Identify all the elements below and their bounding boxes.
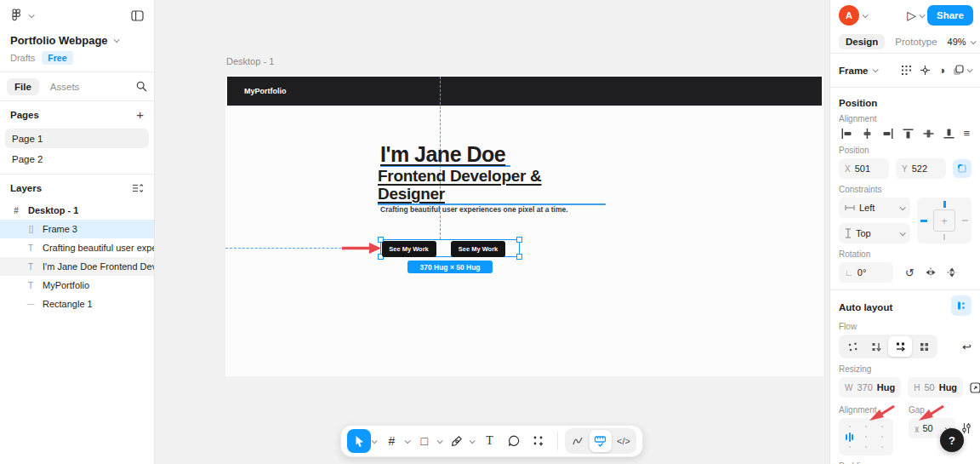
constraints-widget[interactable]: +	[917, 198, 971, 243]
auto-layout-settings-button[interactable]	[951, 295, 971, 316]
height-sizing-mode[interactable]: Hug	[939, 382, 957, 392]
avatar[interactable]: A	[839, 5, 859, 26]
dev-mode-toggle[interactable]	[590, 430, 612, 452]
file-name-menu[interactable]: Portfolio Webpage	[0, 31, 154, 49]
rectangle-tool-icon: □	[420, 434, 427, 448]
edit-grid-button[interactable]	[901, 65, 912, 76]
flip-vertical-button[interactable]	[947, 266, 957, 278]
page-item-2[interactable]: Page 2	[5, 149, 149, 169]
actions-button[interactable]	[527, 429, 550, 453]
align-bottom-button[interactable]	[943, 128, 955, 140]
tagline-text[interactable]: Crafting beautiful user experiences one …	[380, 205, 568, 214]
align-h-center-button[interactable]	[861, 128, 874, 140]
heading-line2[interactable]: Frontend Developer & Designer	[378, 168, 606, 205]
align-top-button[interactable]	[902, 128, 914, 140]
constraint-left-tick[interactable]	[920, 220, 927, 222]
layer-item-heading-text[interactable]: T I'm Jane Doe Frontend Devel...	[0, 257, 154, 276]
layer-item-rectangle-1[interactable]: — Rectangle 1	[0, 295, 154, 313]
layer-item-tagline-text[interactable]: T Crafting beautiful user experience	[0, 238, 154, 257]
y-position-input[interactable]: Y 522	[896, 158, 946, 179]
selection-box-frame-3[interactable]: See My Work See My Work	[380, 239, 520, 257]
layer-view-options-button[interactable]	[132, 183, 144, 193]
component-button[interactable]	[920, 65, 931, 76]
tab-design[interactable]: Design	[839, 34, 885, 49]
flow-horizontal-button[interactable]	[888, 336, 912, 357]
align-right-button[interactable]	[881, 128, 894, 140]
selection-type-dropdown[interactable]: Frame	[839, 66, 869, 76]
layer-item-frame-3[interactable]: [ ] Frame 3	[0, 220, 154, 238]
rotation-input[interactable]: ∟ 0°	[839, 262, 893, 283]
layer-item-desktop-1[interactable]: # Desktop - 1	[0, 201, 154, 220]
chevron-down-icon[interactable]	[872, 66, 878, 72]
present-button[interactable]: ▷	[907, 9, 916, 22]
constraint-top-tick[interactable]	[943, 201, 946, 208]
share-button[interactable]: Share	[927, 5, 973, 26]
resize-to-fit-button[interactable]	[970, 382, 980, 393]
width-input[interactable]: W 370 Hug	[839, 377, 901, 398]
site-header-rectangle[interactable]: MyPortfolio	[227, 77, 822, 106]
shape-tool-button[interactable]: □	[413, 429, 436, 453]
toggle-sidebar-button[interactable]	[131, 10, 144, 21]
text-tool-button[interactable]: T	[477, 429, 501, 453]
search-button[interactable]	[136, 81, 147, 92]
flow-freeform-button[interactable]	[840, 336, 864, 357]
stacked-squares-icon	[953, 65, 964, 76]
file-location[interactable]: Drafts	[10, 53, 35, 63]
tab-assets[interactable]: Assets	[43, 78, 88, 95]
constraint-bottom-tick[interactable]	[943, 234, 945, 240]
mask-button[interactable]: ◑	[938, 64, 945, 77]
horizontal-constraint-select[interactable]: Left	[839, 198, 910, 218]
constraint-right-tick[interactable]	[962, 220, 968, 221]
advanced-layout-button[interactable]	[961, 422, 971, 434]
alignment-grid[interactable]	[839, 418, 893, 455]
chevron-down-icon	[900, 204, 906, 210]
zoom-control[interactable]: 49%	[948, 37, 975, 47]
wrap-button[interactable]: ↩	[962, 341, 971, 353]
frame-title-label[interactable]: Desktop - 1	[226, 56, 274, 66]
flip-horizontal-button[interactable]	[925, 267, 937, 278]
tab-prototype[interactable]: Prototype	[888, 34, 943, 49]
height-input[interactable]: H 50 Hug	[908, 377, 963, 398]
selection-handle[interactable]	[516, 254, 522, 260]
rotate-90-button[interactable]: ↺	[905, 266, 914, 279]
boolean-groups-button[interactable]	[953, 65, 971, 76]
heading-line1[interactable]: I'm Jane Doe	[380, 143, 510, 167]
site-brand-text[interactable]: MyPortfolio	[244, 87, 287, 95]
shape-tool-menu[interactable]	[437, 430, 442, 452]
auto-layout-alignment-label: Alignment	[839, 405, 902, 415]
resizing-label: Resizing	[839, 364, 971, 374]
frame-layer-icon: #	[11, 206, 21, 215]
frame-tool-menu[interactable]	[404, 430, 408, 452]
code-mode-button[interactable]: </>	[612, 430, 635, 452]
chevron-down-icon[interactable]	[920, 12, 926, 18]
vertical-constraint-select[interactable]: Top	[839, 223, 910, 243]
see-my-work-button-2[interactable]: See My Work	[451, 241, 505, 257]
comment-tool-button[interactable]	[502, 429, 526, 453]
draw-mode-button[interactable]	[567, 430, 589, 452]
pen-tool-button[interactable]	[445, 429, 469, 453]
see-my-work-button-1[interactable]: See My Work	[382, 241, 436, 257]
frame-tool-button[interactable]: #	[379, 429, 403, 453]
move-tool-button[interactable]	[347, 429, 371, 453]
selection-handle[interactable]	[516, 237, 522, 243]
tidy-up-button[interactable]: ≡	[963, 127, 970, 140]
align-left-button[interactable]	[840, 128, 853, 140]
design-frame-desktop-1[interactable]: MyPortfolio I'm Jane Doe Frontend Develo…	[225, 75, 823, 376]
x-position-input[interactable]: X 501	[839, 158, 889, 179]
chevron-down-icon[interactable]	[863, 12, 869, 18]
page-item-1[interactable]: Page 1	[5, 129, 149, 148]
tab-file[interactable]: File	[7, 78, 39, 95]
flow-vertical-button[interactable]	[864, 336, 888, 357]
help-button[interactable]: ?	[940, 428, 964, 452]
add-page-button[interactable]: +	[136, 108, 144, 121]
absolute-position-toggle[interactable]	[953, 159, 971, 178]
main-menu-button[interactable]	[10, 9, 33, 22]
align-v-center-button[interactable]	[922, 128, 935, 140]
scribble-icon	[572, 435, 584, 447]
flow-grid-button[interactable]	[912, 336, 936, 357]
layer-item-myportfolio-text[interactable]: T MyPortfolio	[0, 276, 154, 295]
pen-tool-menu[interactable]	[470, 430, 474, 452]
move-tool-menu[interactable]	[372, 430, 376, 452]
width-sizing-mode[interactable]: Hug	[877, 382, 895, 392]
canvas[interactable]: Desktop - 1 MyPortfolio I'm Jane Doe Fro…	[155, 0, 829, 464]
